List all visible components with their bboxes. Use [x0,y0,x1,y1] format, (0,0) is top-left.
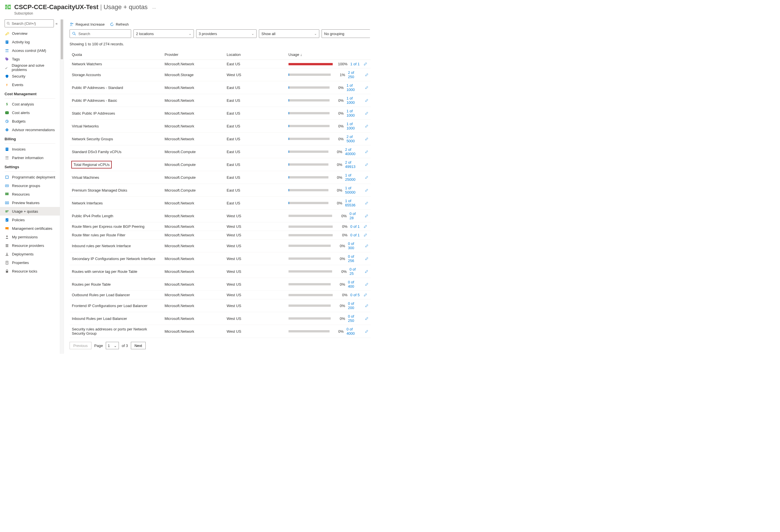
quota-link[interactable]: 2 of 49913 [345,160,361,169]
table-row[interactable]: Inbound rules per Network InterfaceMicro… [69,240,371,252]
edit-icon[interactable] [365,176,368,179]
next-button[interactable]: Next [131,342,146,349]
sidebar-search[interactable]: Search (Ctrl+/) [5,19,54,28]
collapse-sidebar-button[interactable]: « [56,21,58,26]
table-row[interactable]: Premium Storage Managed DisksMicrosoft.C… [69,184,371,197]
edit-icon[interactable] [365,111,368,115]
quota-link[interactable]: 1 of 25000 [345,173,361,182]
sidebar-item[interactable]: Invoices [0,145,60,153]
table-row[interactable]: Secondary IP Configurations per Network … [69,252,371,265]
edit-icon[interactable] [365,73,368,77]
sidebar-item[interactable]: Partner information [0,153,60,162]
sidebar-item[interactable]: Events [0,81,60,89]
refresh-button[interactable]: Refresh [110,22,129,27]
filter-locations-dropdown[interactable]: 2 locations⌄ [134,29,194,38]
table-row[interactable]: Routes with service tag per Route TableM… [69,265,371,278]
table-row[interactable]: Route filters per Express route BGP Peer… [69,223,371,231]
table-row[interactable]: Virtual MachinesMicrosoft.ComputeEast US… [69,171,371,184]
quota-link[interactable]: 1 of 1000 [346,122,361,130]
table-row[interactable]: Public IP Addresses - StandardMicrosoft.… [69,81,371,94]
quota-link[interactable]: 0 of 400 [348,280,361,289]
table-row[interactable]: Network InterfacesMicrosoft.NetworkEast … [69,197,371,209]
edit-icon[interactable] [365,317,368,321]
sidebar-item[interactable]: Deployments [0,250,60,258]
filter-search-input[interactable]: Search [69,29,131,38]
sidebar-item[interactable]: $Cost alerts [0,108,60,117]
table-row[interactable]: Total Regional vCPUsMicrosoft.ComputeEas… [69,158,371,171]
column-header-location[interactable]: Location [224,50,286,60]
sidebar-item[interactable]: Resources [0,190,60,198]
quota-link[interactable]: 1 of 1000 [346,109,361,117]
quota-link[interactable]: 2 of 40000 [345,147,361,156]
table-row[interactable]: Route filter rules per Route FilterMicro… [69,231,371,240]
quota-link[interactable]: 0 of 256 [348,254,361,263]
quota-link[interactable]: 2 of 5000 [346,135,361,143]
scrollbar-thumb[interactable] [61,19,63,59]
edit-icon[interactable] [365,163,368,166]
sidebar-item[interactable]: Usage + quotas [0,207,60,215]
edit-icon[interactable] [363,293,367,297]
page-select[interactable]: 1 ⌄ [106,342,119,349]
table-row[interactable]: Virtual NetworksMicrosoft.NetworkEast US… [69,120,371,133]
sidebar-item[interactable]: Resource locks [0,267,60,276]
quota-link[interactable]: 1 of 1000 [346,83,361,92]
sidebar-item[interactable]: Diagnose and solve problems [0,63,60,72]
quota-link[interactable]: 1 of 1000 [346,96,361,105]
filter-providers-dropdown[interactable]: 3 providers⌄ [196,29,256,38]
edit-icon[interactable] [365,188,368,192]
quota-link[interactable]: 0 of 5 [350,293,360,297]
edit-icon[interactable] [364,214,368,218]
sidebar-item[interactable]: My permissions [0,233,60,241]
request-increase-button[interactable]: Request Increase [69,22,105,27]
quota-link[interactable]: 2 of 250 [348,70,361,79]
sidebar-item[interactable]: Resource groups [0,181,60,190]
sidebar-item[interactable]: Properties [0,258,60,267]
table-row[interactable]: Public IP Addresses - BasicMicrosoft.Net… [69,94,371,107]
table-row[interactable]: Public IPv4 Prefix LengthMicrosoft.Netwo… [69,209,371,223]
sidebar-item[interactable]: Budgets [0,117,60,126]
quota-link[interactable]: 0 of 1 [350,224,360,229]
table-row[interactable]: Storage AccountsMicrosoft.StorageWest US… [69,68,371,81]
table-row[interactable]: Standard DSv3 Family vCPUsMicrosoft.Comp… [69,145,371,158]
edit-icon[interactable] [365,86,368,90]
sidebar-item[interactable]: Management certificates [0,224,60,233]
quota-link[interactable]: 0 of 300 [348,241,361,250]
sidebar-item[interactable]: Preview features [0,198,60,207]
column-header-usage[interactable]: Usage ↓ [286,50,371,60]
more-button[interactable]: … [152,5,156,9]
column-header-quota[interactable]: Quota [69,50,162,60]
column-header-provider[interactable]: Provider [162,50,224,60]
edit-icon[interactable] [365,201,368,205]
table-row[interactable]: Network WatchersMicrosoft.NetworkEast US… [69,60,371,68]
edit-icon[interactable] [363,233,367,237]
edit-icon[interactable] [364,270,368,274]
table-row[interactable]: Security rules addresses or ports per Ne… [69,325,371,338]
edit-icon[interactable] [365,150,368,154]
edit-icon[interactable] [365,283,368,286]
sidebar-item[interactable]: Security [0,72,60,81]
filter-usage-dropdown[interactable]: Show all⌄ [259,29,319,38]
sidebar-item[interactable]: Overview [0,29,60,38]
edit-icon[interactable] [365,137,368,141]
quota-link[interactable]: 0 of 4000 [346,327,361,336]
edit-icon[interactable] [365,244,368,248]
sidebar-item[interactable]: Tags [0,55,60,63]
filter-grouping-dropdown[interactable]: No grouping [322,29,370,38]
sidebar-item[interactable]: $Cost analysis [0,100,60,108]
quota-link[interactable]: 1 of 65536 [345,199,361,207]
quota-link[interactable]: 0 of 1 [350,233,360,237]
quota-link[interactable]: 1 of 1 [350,62,360,66]
edit-icon[interactable] [365,99,368,102]
table-row[interactable]: Routes per Route TableMicrosoft.NetworkW… [69,278,371,291]
quota-link[interactable]: 0 of 200 [348,301,361,310]
sidebar-item[interactable]: Advisor recommendations [0,126,60,134]
sidebar-scrollbar[interactable] [60,19,64,354]
table-row[interactable]: Inbound Rules per Load BalancerMicrosoft… [69,312,371,325]
edit-icon[interactable] [363,225,367,228]
edit-icon[interactable] [365,304,368,308]
quota-link[interactable]: 1 of 50000 [345,186,361,194]
sidebar-item[interactable]: Policies [0,215,60,224]
table-row[interactable]: Frontend IP Configurations per Load Bala… [69,299,371,312]
quota-link[interactable]: 0 of 28 [349,211,361,220]
table-row[interactable]: Outbound Rules per Load BalancerMicrosof… [69,291,371,299]
